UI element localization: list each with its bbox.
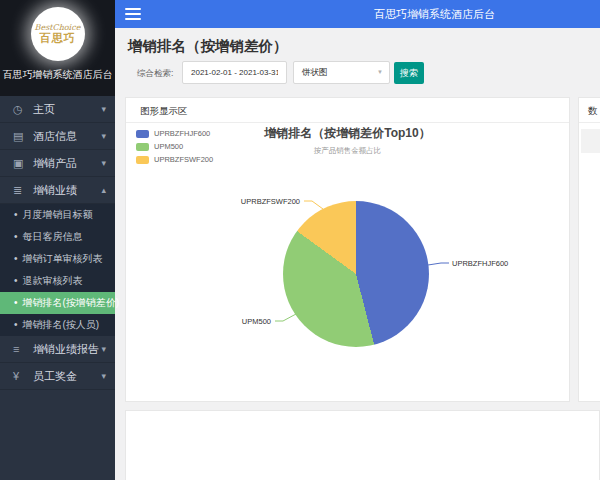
pie-label: UPRBZFHJF600 <box>452 259 508 268</box>
bullet-icon: • <box>14 275 18 286</box>
bullet-icon: • <box>14 319 18 330</box>
label-line-series-2 <box>304 201 323 209</box>
sidebar-item-label: 增销业绩报告 <box>33 343 99 355</box>
search-toolbar: 综合检索: 饼状图 ▼ 搜索 <box>115 61 600 85</box>
submenu-label: 退款审核列表 <box>23 275 83 286</box>
pie-chart <box>283 201 429 347</box>
legend-label: UPRBZFSWF200 <box>154 155 213 164</box>
submenu-label: 每日客房信息 <box>23 231 83 242</box>
legend-swatch <box>136 156 149 164</box>
date-range-input[interactable] <box>182 61 287 84</box>
bullet-icon: • <box>14 297 18 308</box>
data-panel-partial: 数 <box>578 97 600 402</box>
bullet-icon: • <box>14 231 18 242</box>
sidebar-item-label: 酒店信息 <box>33 130 77 142</box>
bullet-icon: • <box>14 209 18 220</box>
search-label: 综合检索: <box>137 61 173 85</box>
chart-title: 增销排名（按增销差价Top10） <box>126 125 569 142</box>
sidebar-item-upsell-performance[interactable]: ≣增销业绩 ▴ <box>0 177 115 204</box>
search-button[interactable]: 搜索 <box>394 62 424 84</box>
sidebar-submenu: •月度增销目标额 •每日客房信息 •增销订单审核列表 •退款审核列表 •增销排名… <box>0 204 115 336</box>
sidebar-item-order-review-list[interactable]: •增销订单审核列表 <box>0 248 115 270</box>
sidebar-item-staff-bonus[interactable]: ¥员工奖金 ▾ <box>0 363 115 390</box>
chart-title-block: 增销排名（按增销差价Top10） 按产品销售金额占比 <box>126 125 569 156</box>
bullet-icon: • <box>14 253 18 264</box>
submenu-label: 增销排名(按人员) <box>23 319 100 330</box>
chart-type-selected: 饼状图 <box>302 67 328 77</box>
sidebar-item-refund-review-list[interactable]: •退款审核列表 <box>0 270 115 292</box>
brand-name-cn: 百思巧 <box>40 32 76 45</box>
brand-logo: BestChoice 百思巧 <box>31 7 85 61</box>
sidebar-item-daily-room-info[interactable]: •每日客房信息 <box>0 226 115 248</box>
chart-type-select[interactable]: 饼状图 ▼ <box>293 61 390 84</box>
data-table-header-strip <box>581 129 600 153</box>
page-title: 增销排名（按增销差价） <box>128 37 288 56</box>
bottom-panel-partial <box>125 410 600 480</box>
chevron-down-icon: ▾ <box>101 363 106 390</box>
sidebar-item-home[interactable]: ◷主页 ▾ <box>0 96 115 123</box>
brand-name: BestChoice <box>35 23 81 32</box>
sidebar-item-label: 主页 <box>33 103 55 115</box>
chart-panel-title: 图形显示区 <box>126 98 569 123</box>
dashboard-icon: ◷ <box>13 96 33 123</box>
top-header-bar: 百思巧增销系统酒店后台 <box>115 0 600 28</box>
sidebar: BestChoice 百思巧 百思巧增销系统酒店后台 ◷主页 ▾ ▤酒店信息 ▾… <box>0 0 115 480</box>
chevron-down-icon: ▾ <box>101 123 106 150</box>
sidebar-item-ranking-by-staff[interactable]: •增销排名(按人员) <box>0 314 115 336</box>
product-icon: ▣ <box>13 150 33 177</box>
logo-block: BestChoice 百思巧 百思巧增销系统酒店后台 <box>0 0 115 96</box>
chart-subtitle: 按产品销售金额占比 <box>126 146 569 156</box>
yen-icon: ¥ <box>13 363 33 390</box>
chart-panel: 图形显示区 UPRBZFHJF600 UPM500 UPRBZFSWF200 增… <box>125 97 570 402</box>
chevron-up-icon: ▴ <box>101 177 106 204</box>
sidebar-item-ranking-by-price-diff[interactable]: •增销排名(按增销差价) <box>0 292 115 314</box>
hamburger-menu-icon[interactable] <box>125 8 141 20</box>
sidebar-item-label: 增销业绩 <box>33 184 77 196</box>
sidebar-item-hotel-info[interactable]: ▤酒店信息 ▾ <box>0 123 115 150</box>
select-arrow-icon: ▼ <box>377 62 383 83</box>
performance-icon: ≣ <box>13 177 33 204</box>
submenu-label: 增销订单审核列表 <box>23 253 103 264</box>
sidebar-caption: 百思巧增销系统酒店后台 <box>0 68 115 82</box>
sidebar-item-label: 员工奖金 <box>33 370 77 382</box>
sidebar-item-upsell-products[interactable]: ▣增销产品 ▾ <box>0 150 115 177</box>
app-title: 百思巧增销系统酒店后台 <box>374 0 495 28</box>
submenu-label: 月度增销目标额 <box>23 209 93 220</box>
label-line-series-0 <box>428 263 449 265</box>
submenu-label: 增销排名(按增销差价) <box>23 297 120 308</box>
sidebar-item-performance-report[interactable]: ≡增销业绩报告 ▾ <box>0 336 115 363</box>
sidebar-item-label: 增销产品 <box>33 157 77 169</box>
data-panel-title-partial: 数 <box>579 98 600 123</box>
chevron-down-icon: ▾ <box>101 96 106 123</box>
pie-label: UPRBZFSWF200 <box>241 197 300 206</box>
pie-label: UPM500 <box>242 317 271 326</box>
sidebar-item-monthly-target[interactable]: •月度增销目标额 <box>0 204 115 226</box>
hotel-icon: ▤ <box>13 123 33 150</box>
chevron-down-icon: ▾ <box>101 336 106 363</box>
report-icon: ≡ <box>13 336 33 363</box>
chevron-down-icon: ▾ <box>101 150 106 177</box>
main-content: 增销排名（按增销差价） 综合检索: 饼状图 ▼ 搜索 图形显示区 UPRBZFH… <box>115 28 600 480</box>
label-line-series-1 <box>275 314 296 321</box>
